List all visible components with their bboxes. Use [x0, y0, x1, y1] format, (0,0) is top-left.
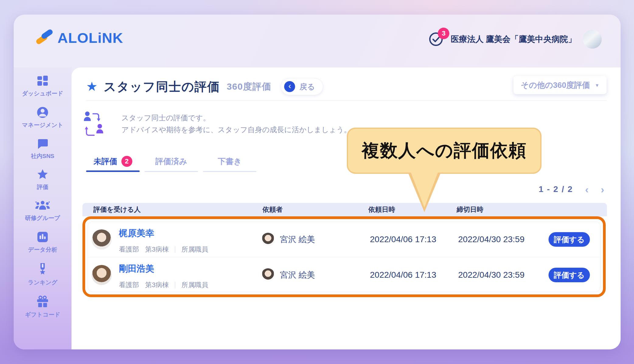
logo-text: ALOLiNK: [57, 29, 123, 46]
tab-underline: [203, 171, 256, 172]
title-star-icon: ★: [86, 80, 98, 93]
app-logo: ALOLiNK: [35, 29, 123, 47]
column-header-deadline: 締切日時: [457, 203, 483, 216]
sidebar-item-label: 評価: [37, 183, 48, 191]
requester-name: 宮沢 絵美: [280, 270, 315, 280]
other-360-eval-dropdown[interactable]: その他の360度評価 ▼: [514, 76, 607, 94]
pagination: 1 - 2 / 2 ‹ ›: [538, 184, 604, 194]
sidebar-item-data-analysis[interactable]: データ分析: [14, 231, 71, 254]
tab-count-badge: 2: [121, 156, 132, 167]
sidebar-item-training-group[interactable]: 研修グループ: [14, 200, 71, 222]
position: 所属職員: [181, 280, 208, 290]
sidebar-item-evaluation[interactable]: 評価: [14, 169, 71, 191]
notification-badge: 3: [438, 28, 449, 39]
sidebar-item-gift-code[interactable]: ギフトコード: [14, 295, 71, 319]
page-title-tag: 360度評価: [227, 81, 271, 93]
sidebar-item-ranking[interactable]: ランキング: [14, 263, 71, 287]
annotation-highlight-box: 梶原美幸 看護部 第3病棟 所属職員 宮沢 絵美 2022/04/06 17:1…: [82, 216, 606, 297]
divider: [175, 282, 175, 288]
page-title-row: ★ スタッフ同士の評価 360度評価 ‹ 戻る: [86, 77, 323, 96]
evaluate-button[interactable]: 評価する: [549, 232, 590, 247]
department: 看護部: [119, 245, 139, 254]
deadline: 2022/04/30 23:59: [458, 270, 524, 280]
tab-label: 評価済み: [155, 156, 187, 167]
deadline: 2022/04/30 23:59: [458, 235, 524, 244]
requester-avatar: [261, 233, 275, 246]
other-360-eval-label: その他の360度評価: [521, 80, 590, 91]
sidebar: ダッシュボード マネージメント 社内SNS: [14, 67, 71, 349]
description-line-1: スタッフ同士の評価です。: [121, 112, 351, 124]
bar-chart-icon: [37, 231, 49, 243]
evaluatee-name-link[interactable]: 剛田浩美: [119, 263, 208, 275]
evaluate-button[interactable]: 評価する: [549, 268, 590, 282]
tab-label: 下書き: [218, 156, 242, 167]
title-divider: [86, 100, 607, 101]
chat-bubble-icon: [37, 138, 49, 149]
table-row: 梶原美幸 看護部 第3病棟 所属職員 宮沢 絵美 2022/04/06 17:1…: [88, 222, 600, 257]
person-circle-icon: [37, 106, 49, 118]
sidebar-item-label: ギフトコード: [25, 311, 60, 319]
requester-avatar: [261, 268, 275, 282]
ward: 第3病棟: [145, 245, 169, 254]
sidebar-item-dashboard[interactable]: ダッシュボード: [14, 75, 71, 98]
column-header-evaluatee: 評価を受ける人: [93, 203, 141, 216]
caret-down-icon: ▼: [595, 83, 599, 88]
evaluation-list: 梶原美幸 看護部 第3病棟 所属職員 宮沢 絵美 2022/04/06 17:1…: [88, 221, 601, 292]
table-header-row: 評価を受ける人 依頼者 依頼日時 締切日時: [82, 203, 607, 216]
sidebar-item-label: データ分析: [28, 246, 57, 254]
back-chevron-icon: ‹: [284, 81, 295, 92]
column-header-requested-at: 依頼日時: [368, 203, 395, 216]
callout-bubble: 複数人への評価依頼: [347, 128, 542, 174]
requester-name: 宮沢 絵美: [280, 234, 315, 245]
pagination-prev-icon[interactable]: ‹: [585, 184, 588, 194]
evaluatee-affiliation: 看護部 第3病棟 所属職員: [119, 245, 208, 254]
avatar: [92, 265, 112, 285]
tab-underline: [145, 171, 198, 172]
people-group-icon: [35, 200, 50, 211]
medal-icon: [37, 263, 49, 276]
sidebar-item-label: 研修グループ: [25, 214, 60, 222]
tab-rated[interactable]: 評価済み: [145, 154, 198, 172]
pagination-next-icon[interactable]: ›: [601, 184, 604, 194]
main-content: ★ スタッフ同士の評価 360度評価 ‹ 戻る その他の360度評価 ▼: [71, 67, 621, 349]
gift-icon: [36, 295, 49, 308]
pagination-range: 1 - 2 / 2: [538, 184, 573, 194]
tab-label: 未評価: [94, 156, 117, 167]
star-icon: [37, 169, 49, 180]
peer-exchange-icon: [84, 111, 107, 138]
position: 所属職員: [181, 245, 208, 254]
logo-swoosh-icon: [35, 29, 54, 47]
org-header: 3 医療法人 鷹美会「鷹美中央病院」: [428, 30, 602, 49]
dashboard-icon: [37, 75, 49, 87]
table-row: 剛田浩美 看護部 第3病棟 所属職員 宮沢 絵美 2022/04/06 17:1…: [88, 257, 600, 293]
back-button[interactable]: ‹ 戻る: [281, 78, 323, 95]
sidebar-item-label: マネージメント: [22, 121, 63, 129]
avatar: [92, 229, 112, 249]
requester-cell: 宮沢 絵美: [261, 233, 315, 246]
description-line-2: アドバイスや期待を参考に、スタッフ自身の成長に活かしましょう。: [121, 124, 351, 136]
ward: 第3病棟: [145, 280, 169, 290]
sidebar-item-sns[interactable]: 社内SNS: [14, 138, 71, 160]
sidebar-item-label: ランキング: [28, 279, 57, 287]
page-title: スタッフ同士の評価: [104, 78, 220, 95]
tab-underline: [86, 170, 140, 172]
page-description: スタッフ同士の評価です。 アドバイスや期待を参考に、スタッフ自身の成長に活かしま…: [84, 111, 351, 138]
sidebar-item-label: 社内SNS: [31, 152, 54, 160]
tab-bar: 未評価 2 評価済み 下書き: [86, 154, 256, 172]
tab-unrated[interactable]: 未評価 2: [86, 154, 140, 172]
evaluatee-affiliation: 看護部 第3病棟 所属職員: [119, 280, 208, 290]
back-button-label: 戻る: [299, 82, 315, 92]
org-avatar[interactable]: [583, 30, 602, 49]
approvals-indicator[interactable]: 3: [428, 31, 444, 47]
requester-cell: 宮沢 絵美: [261, 268, 315, 282]
org-name: 医療法人 鷹美会「鷹美中央病院」: [451, 34, 576, 45]
sidebar-item-management[interactable]: マネージメント: [14, 106, 71, 129]
callout-tail-fill: [411, 172, 438, 208]
column-header-requester: 依頼者: [263, 203, 283, 216]
evaluatee-name-link[interactable]: 梶原美幸: [119, 227, 208, 239]
tab-draft[interactable]: 下書き: [203, 154, 256, 172]
requested-at: 2022/04/06 17:13: [370, 235, 436, 244]
department: 看護部: [119, 280, 139, 290]
sidebar-item-label: ダッシュボード: [22, 90, 63, 98]
app-window: ALOLiNK 3 医療法人 鷹美会「鷹美中央病院」 ダッシュボード: [14, 15, 621, 349]
